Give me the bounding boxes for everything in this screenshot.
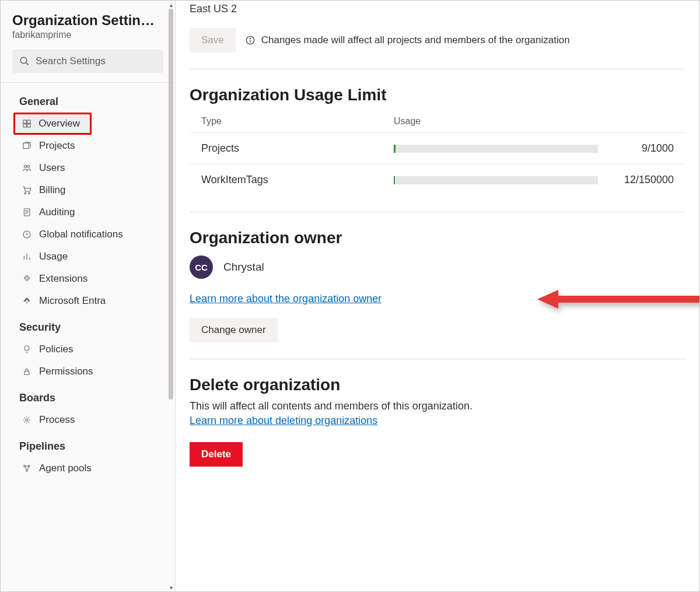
- usage-value: 9/1000: [604, 142, 674, 155]
- svg-point-12: [29, 192, 30, 194]
- sidebar-item-usage[interactable]: Usage: [1, 246, 175, 268]
- nav-group-pipelines: Pipelines: [1, 431, 175, 457]
- svg-rect-2: [23, 120, 26, 123]
- save-button[interactable]: Save: [190, 28, 236, 52]
- delete-button[interactable]: Delete: [190, 442, 243, 467]
- policies-icon: [22, 344, 32, 355]
- extensions-icon: [22, 274, 32, 284]
- notifications-icon: [22, 229, 32, 240]
- svg-point-27: [29, 465, 30, 467]
- save-info-text: Changes made will affect all projects an…: [261, 34, 570, 46]
- sidebar-item-microsoft-entra[interactable]: Microsoft Entra: [1, 290, 175, 312]
- settings-sidebar: Organization Settin… fabrikamprime Searc…: [1, 1, 176, 591]
- nav-label: Overview: [38, 118, 80, 129]
- permissions-icon: [22, 366, 32, 377]
- svg-marker-21: [23, 297, 30, 302]
- scroll-down-icon[interactable]: ▾: [167, 583, 175, 591]
- nav-label: Billing: [39, 184, 65, 196]
- nav-label: Usage: [39, 251, 68, 262]
- sidebar-item-agent-pools[interactable]: Agent pools: [1, 457, 175, 479]
- usage-limit-table: Type Usage Projects 9/1000 WorkItemTags …: [190, 110, 685, 195]
- main-content: East US 2 Save Changes made will affect …: [176, 1, 699, 591]
- sidebar-item-process[interactable]: Process: [1, 409, 175, 431]
- auditing-icon: [22, 207, 32, 218]
- owner-name: Chrystal: [223, 261, 264, 274]
- sidebar-item-users[interactable]: Users: [1, 157, 175, 179]
- agentpools-icon: [22, 463, 32, 474]
- scroll-up-icon[interactable]: ▴: [167, 1, 175, 9]
- sidebar-item-billing[interactable]: Billing: [1, 179, 175, 201]
- divider: [190, 212, 685, 212]
- overview-icon: [22, 118, 32, 129]
- svg-line-1: [26, 63, 29, 65]
- nav-label: Process: [39, 414, 75, 426]
- organization-name: fabrikamprime: [1, 30, 175, 50]
- sidebar-scrollbar[interactable]: ▴ ▾: [167, 1, 175, 591]
- info-icon: [245, 35, 256, 45]
- sidebar-item-overview[interactable]: Overview: [13, 113, 92, 135]
- usage-icon: [22, 251, 32, 262]
- svg-point-9: [24, 165, 26, 167]
- svg-point-26: [24, 465, 26, 467]
- sidebar-item-permissions[interactable]: Permissions: [1, 360, 175, 383]
- projects-icon: [22, 141, 32, 151]
- svg-marker-22: [26, 302, 28, 304]
- nav-label: Projects: [39, 140, 75, 152]
- svg-point-31: [250, 38, 250, 38]
- nav-label: Global notifications: [39, 229, 123, 240]
- nav-label: Permissions: [39, 366, 93, 377]
- svg-point-0: [20, 57, 27, 64]
- svg-rect-4: [23, 124, 26, 127]
- billing-icon: [22, 185, 32, 195]
- svg-point-25: [26, 419, 28, 421]
- page-title: Organization Settin…: [1, 1, 175, 30]
- usage-bar: [394, 176, 598, 184]
- svg-point-11: [24, 192, 26, 194]
- delete-org-heading: Delete organization: [190, 376, 685, 394]
- usage-name: Projects: [201, 142, 388, 155]
- svg-rect-6: [23, 143, 29, 148]
- org-owner-heading: Organization owner: [190, 229, 685, 247]
- usage-bar: [394, 145, 598, 153]
- nav-label: Auditing: [39, 206, 75, 218]
- divider: [1, 82, 175, 83]
- entra-icon: [22, 296, 32, 306]
- svg-point-10: [27, 165, 30, 167]
- nav-group-boards: Boards: [1, 383, 175, 409]
- usage-row-projects: Projects 9/1000: [190, 132, 685, 164]
- nav-label: Agent pools: [39, 463, 92, 474]
- usage-bar-fill: [394, 145, 396, 153]
- nav-group-security: Security: [1, 312, 175, 338]
- divider: [190, 69, 685, 69]
- save-info: Changes made will affect all projects an…: [245, 34, 570, 46]
- region-value: East US 2: [190, 1, 685, 17]
- sidebar-item-projects[interactable]: Projects: [1, 135, 175, 157]
- nav-label: Extensions: [39, 273, 88, 285]
- sidebar-item-auditing[interactable]: Auditing: [1, 201, 175, 223]
- usage-name: WorkItemTags: [201, 174, 388, 186]
- users-icon: [22, 163, 32, 173]
- svg-point-28: [26, 470, 28, 472]
- usage-bar-fill: [394, 176, 395, 184]
- usage-row-workitemtags: WorkItemTags 12/150000: [190, 164, 685, 195]
- learn-more-owner-link[interactable]: Learn more about the organization owner: [190, 293, 382, 305]
- sidebar-item-global-notifications[interactable]: Global notifications: [1, 223, 175, 246]
- usage-col-usage: Usage: [394, 116, 598, 127]
- sidebar-item-extensions[interactable]: Extensions: [1, 268, 175, 290]
- divider: [190, 359, 685, 359]
- search-icon: [19, 56, 30, 66]
- search-input[interactable]: Search Settings: [12, 50, 163, 73]
- search-placeholder: Search Settings: [36, 55, 106, 67]
- owner-row: CC Chrystal: [190, 255, 685, 279]
- nav-label: Policies: [39, 344, 74, 355]
- svg-rect-3: [27, 120, 30, 123]
- usage-limit-heading: Organization Usage Limit: [190, 86, 685, 104]
- scroll-thumb[interactable]: [169, 9, 173, 400]
- svg-rect-24: [24, 371, 29, 374]
- change-owner-button[interactable]: Change owner: [190, 318, 278, 342]
- learn-more-delete-link[interactable]: Learn more about deleting organizations: [190, 415, 377, 427]
- nav-label: Microsoft Entra: [39, 295, 106, 307]
- sidebar-item-policies[interactable]: Policies: [1, 338, 175, 360]
- nav-group-general: General: [1, 86, 175, 113]
- nav-label: Users: [39, 162, 65, 174]
